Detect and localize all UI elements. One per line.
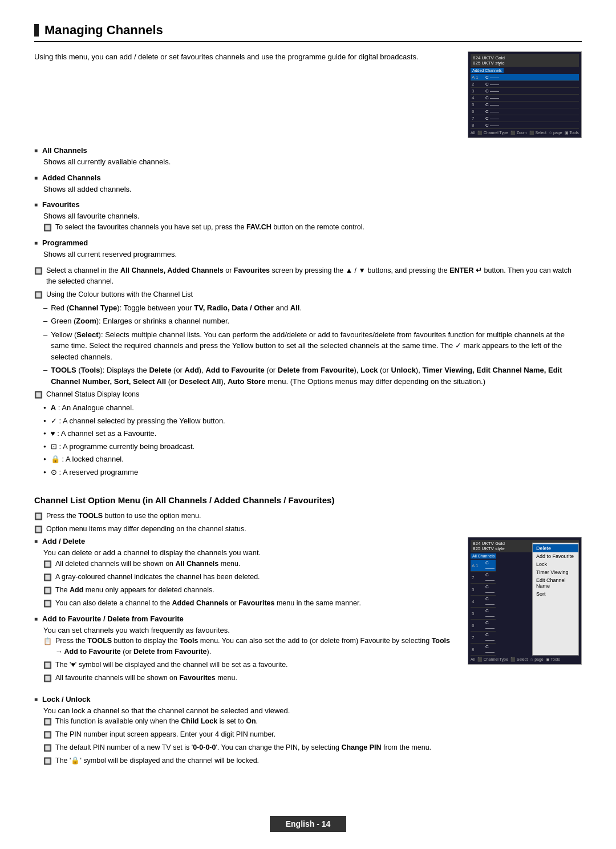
add-delete-block: Add / Delete You can delete or add a cha… (34, 537, 582, 689)
channel-row: 7 C —— (471, 115, 579, 122)
tools-channel-list: A 1 C —— 7 C —— 3 C —— 4 C —— 5 C —— (471, 560, 496, 656)
note-icon-14: 🔲 (43, 730, 52, 740)
section-body-lock-unlock: You can lock a channel so that the chann… (43, 705, 582, 767)
note-icon-2: 🔲 (34, 290, 43, 300)
channel-row: 3 C —— (471, 88, 579, 95)
page-title: Managing Channels (34, 23, 582, 42)
note-lock-1: 🔲 This function is available only when t… (43, 716, 582, 727)
section-added-channels: Added Channels Shows all added channels. (34, 173, 582, 195)
section-body-all-channels: Shows all currently available channels. (43, 156, 582, 168)
note-icon-16: 🔲 (43, 756, 52, 766)
note-add-delete-4: 🔲 You can also delete a channel to the A… (43, 598, 456, 609)
section-add-delete: Add / Delete You can delete or add a cha… (34, 537, 456, 609)
note-fav-1: 📋 Press the TOOLS button to display the … (43, 636, 456, 657)
note-icon-15: 🔲 (43, 743, 52, 753)
tools-img-footer: All ⬛ Channel Type ⬛ Select ☆ page ▣ Too… (471, 657, 579, 662)
menu-item-delete: Delete (533, 544, 578, 552)
note-colour-buttons: 🔲 Using the Colour buttons with the Chan… (34, 289, 582, 300)
note-icon-3: 🔲 (34, 390, 43, 400)
menu-item-timer: Timer Viewing (533, 568, 578, 576)
note-add-delete-2: 🔲 A gray-coloured channel indicates the … (43, 572, 456, 583)
note-add-delete-1: 🔲 All deleted channels will be shown on … (43, 559, 456, 569)
section-add-favourite: Add to Favourite / Delete from Favourite… (34, 614, 456, 684)
note-lock-3: 🔲 The default PIN number of a new TV set… (43, 742, 582, 753)
menu-item-add-fav: Add to Favourite (533, 552, 578, 560)
dash-item-green: Green (Zoom): Enlarges or shrinks a chan… (43, 316, 582, 327)
note-icon-6: 🔲 (43, 559, 52, 569)
note-text: To select the favourites channels you ha… (55, 222, 582, 233)
note-icon-1: 🔲 (34, 266, 43, 287)
note-text-4: Press the TOOLS button to use the option… (46, 511, 582, 521)
note-lock-2: 🔲 The PIN number input screen appears. E… (43, 729, 582, 740)
note-icon: 🔲 (43, 223, 52, 233)
section-all-channels: All Channels Shows all currently availab… (34, 146, 582, 168)
note-fav-3: 🔲 All favourite channels will be shown o… (43, 673, 456, 684)
tools-popup-menu: Delete Add to Favourite Lock Timer Viewi… (532, 543, 579, 656)
note-text-1: Select a channel in the All Channels, Ad… (46, 265, 582, 287)
status-icon-heart: ♥ : A channel set as a Favourite. (43, 428, 582, 439)
note-text-8: The Add menu only appears for deleted ch… (55, 585, 456, 596)
note-text-10: Press the TOOLS button to display the To… (55, 636, 456, 657)
status-icons-list: A : An Analogue channel. ✓ : A channel s… (43, 402, 582, 478)
channel-img-tabs: Added Channels (471, 68, 579, 73)
channel-row: 4 C —— (471, 95, 579, 102)
channel-img-header: 824 UKTV Gold 825 UKTV style (471, 54, 579, 67)
note-press-tools: 🔲 Press the TOOLS button to use the opti… (34, 511, 582, 521)
note-text-11: The '♥' symbol will be displayed and the… (55, 660, 456, 670)
channel-row: 4 C —— (471, 596, 496, 608)
section-programmed: Programmed Shows all current reserved pr… (34, 238, 582, 260)
note-fav-ch: 🔲 To select the favourites channels you … (43, 222, 582, 233)
section-body-favourites: Shows all favourite channels. 🔲 To selec… (43, 211, 582, 233)
page-footer: English - 14 (0, 816, 616, 832)
channel-row: 5 C —— (471, 102, 579, 108)
note-text-3: Channel Status Display Icons (46, 389, 582, 400)
channel-row: 7 C —— (471, 632, 496, 644)
note-text-6: All deleted channels will be shown on Al… (55, 559, 456, 569)
dash-item-tools: TOOLS (Tools): Displays the Delete (or A… (43, 365, 582, 387)
status-icon-lock: 🔒 : A locked channel. (43, 454, 582, 465)
menu-item-edit-name: Edit Channel Name (533, 576, 578, 590)
channel-row-hl: A 1 C —— (471, 560, 496, 572)
section-title-added-channels: Added Channels (34, 173, 582, 182)
section-body-add-delete: You can delete or add a channel to displ… (43, 547, 456, 609)
dash-item-yellow: Yellow (Select): Selects multiple channe… (43, 329, 582, 363)
note-icon-12: 🔲 (43, 673, 52, 684)
channel-row: 2 C —— (471, 81, 579, 88)
status-icon-analogue: A : An Analogue channel. (43, 402, 582, 414)
channel-row: 6 C —— (471, 108, 579, 115)
section-favourites: Favourites Shows all favourite channels.… (34, 200, 582, 233)
menu-item-lock: Lock (533, 560, 578, 568)
note-add-delete-3: 🔲 The Add menu only appears for deleted … (43, 585, 456, 596)
status-icon-reserved: ⊙ : A reserved programme (43, 467, 582, 478)
note-icon-4: 🔲 (34, 511, 43, 521)
note-text-14: The PIN number input screen appears. Ent… (55, 729, 582, 740)
section-title-favourites: Favourites (34, 200, 582, 209)
section-body-programmed: Shows all current reserved programmes. (43, 249, 582, 260)
dash-item-red: Red (Channel Type): Toggle between your … (43, 302, 582, 314)
section-title-add-delete: Add / Delete (34, 537, 456, 545)
note-text-15: The default PIN number of a new TV set i… (55, 742, 582, 753)
note-icon-9: 🔲 (43, 599, 52, 609)
note-icon-10: 📋 (43, 636, 52, 657)
channel-list-image: 824 UKTV Gold 825 UKTV style Added Chann… (468, 51, 582, 138)
channel-row: 3 C —— (471, 584, 496, 596)
note-status-icons-label: 🔲 Channel Status Display Icons (34, 389, 582, 400)
channel-row: 7 C —— (471, 572, 496, 584)
channel-row: 5 C —— (471, 608, 496, 620)
note-text-16: The '🔒' symbol will be displayed and the… (55, 755, 582, 766)
status-icon-broadcast: ⊡ : A programme currently being broadcas… (43, 441, 582, 452)
note-text-7: A gray-coloured channel indicates the ch… (55, 572, 456, 583)
note-option-differ: 🔲 Option menu items may differ depending… (34, 524, 582, 535)
tab-added-channels: Added Channels (471, 68, 504, 73)
tools-menu-image: 824 UKTV Gold 825 UKTV style All Channel… (468, 537, 582, 665)
note-icon-11: 🔲 (43, 660, 52, 670)
note-icon-7: 🔲 (43, 572, 52, 583)
channel-img-footer: All ⬛ Channel Type ⬛ Zoom ⬛ Select ☆ pag… (471, 131, 579, 135)
intro-block: Using this menu, you can add / delete or… (34, 51, 582, 138)
note-text-9: You can also delete a channel to the Add… (55, 598, 456, 609)
status-icon-check: ✓ : A channel selected by pressing the Y… (43, 415, 582, 427)
note-text-13: This function is available only when the… (55, 716, 582, 727)
option-menu-title: Channel List Option Menu (in All Channel… (34, 494, 582, 506)
note-icon-8: 🔲 (43, 585, 52, 596)
intro-text: Using this menu, you can add / delete or… (34, 51, 456, 63)
